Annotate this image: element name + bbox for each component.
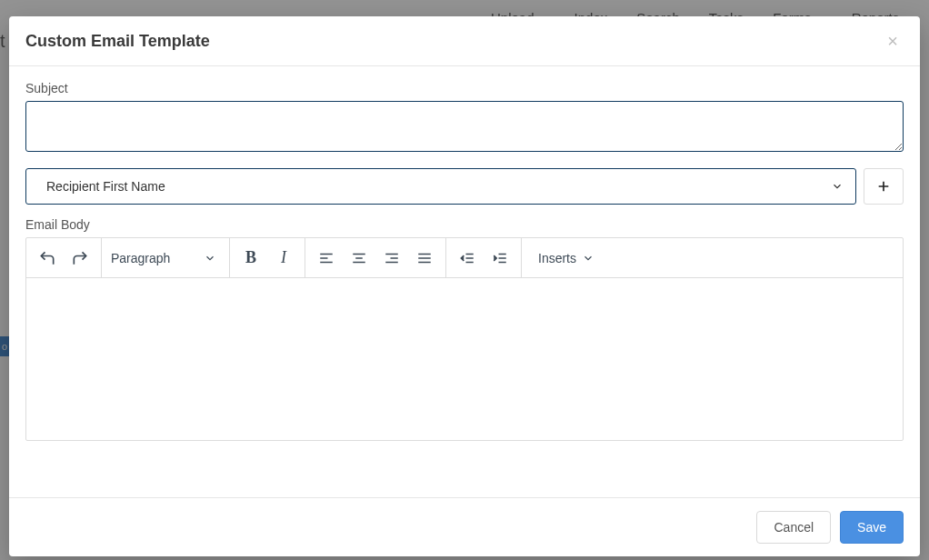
variable-select-wrap: Recipient First Name [25, 168, 856, 205]
outdent-icon [459, 250, 475, 266]
toolbar-group-history [26, 238, 102, 277]
undo-icon [38, 249, 56, 267]
align-center-icon [351, 250, 367, 266]
align-center-button[interactable] [344, 243, 375, 274]
editor-toolbar: Paragraph B I [26, 238, 903, 278]
add-variable-button[interactable] [864, 168, 904, 205]
rich-text-editor: Paragraph B I [25, 237, 904, 441]
align-justify-icon [416, 250, 433, 266]
undo-button[interactable] [32, 243, 63, 274]
format-dropdown[interactable]: Paragraph [102, 251, 229, 265]
italic-icon: I [281, 248, 286, 267]
toolbar-group-align [305, 238, 446, 277]
subject-input[interactable] [25, 101, 904, 152]
modal-header: Custom Email Template × [9, 16, 920, 66]
align-right-button[interactable] [376, 243, 407, 274]
redo-icon [71, 249, 89, 267]
align-right-icon [384, 250, 400, 266]
close-icon: × [887, 31, 898, 51]
body-label: Email Body [25, 217, 904, 232]
toolbar-group-indent [446, 238, 522, 277]
inserts-dropdown[interactable]: Inserts [527, 251, 605, 265]
align-left-icon [318, 250, 335, 266]
redo-button[interactable] [65, 243, 95, 274]
toolbar-group-format: Paragraph [102, 238, 230, 277]
inserts-dropdown-label: Inserts [538, 251, 576, 265]
chevron-down-icon [204, 252, 216, 265]
modal-body: Subject Recipient First Name [9, 66, 920, 497]
plus-icon [876, 179, 891, 194]
cancel-button[interactable]: Cancel [756, 511, 831, 544]
toolbar-group-style: B I [230, 238, 305, 277]
modal-title: Custom Email Template [25, 32, 210, 51]
align-left-button[interactable] [311, 243, 342, 274]
indent-icon [492, 250, 508, 266]
custom-email-template-modal: Custom Email Template × Subject Recipien… [9, 16, 920, 556]
toolbar-group-inserts: Inserts [522, 238, 903, 277]
chevron-down-icon [582, 252, 594, 265]
align-justify-button[interactable] [409, 243, 440, 274]
modal-footer: Cancel Save [9, 497, 920, 556]
save-button[interactable]: Save [840, 511, 904, 544]
bold-icon: B [245, 248, 256, 267]
indent-button[interactable] [484, 243, 515, 274]
variable-select[interactable]: Recipient First Name [25, 168, 856, 205]
italic-button[interactable]: I [268, 243, 299, 274]
variable-row: Recipient First Name [25, 168, 904, 205]
bold-button[interactable]: B [235, 243, 266, 274]
format-dropdown-label: Paragraph [111, 251, 170, 265]
close-button[interactable]: × [882, 30, 904, 52]
email-body-input[interactable] [26, 278, 903, 440]
outdent-button[interactable] [452, 243, 483, 274]
subject-label: Subject [25, 81, 904, 95]
